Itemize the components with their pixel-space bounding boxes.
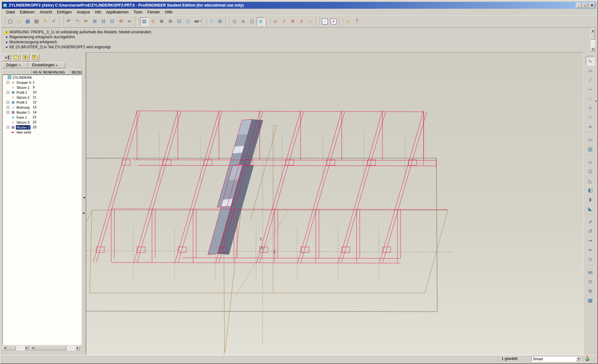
tree-row-profil-2[interactable]: +▣Profil 212 xyxy=(3,100,81,105)
merge-tool-icon[interactable]: ⊙ xyxy=(586,277,595,286)
boundary-blend-icon[interactable]: ∩ xyxy=(586,255,595,263)
home-browser-icon[interactable]: ⌂ xyxy=(344,17,352,26)
draft-tool-icon[interactable]: ◧ xyxy=(586,186,595,194)
copy-icon[interactable]: ⊞ xyxy=(91,17,99,26)
expand-icon[interactable]: + xyxy=(7,126,9,129)
tree-hscrollbar-right[interactable]: ◄ ► xyxy=(31,346,80,351)
model-tree-toggle-icon[interactable]: ⊞ xyxy=(216,17,224,26)
scroll-down-icon[interactable]: ▼ xyxy=(591,47,595,51)
project-tool-icon[interactable]: ⊚ xyxy=(586,286,595,295)
menu-datei[interactable]: Datei xyxy=(4,9,17,15)
feature-label[interactable]: Bohrung xyxy=(16,105,30,110)
tree-row-fase-1[interactable]: ◆Fase 121 xyxy=(3,115,81,120)
new-file-icon[interactable]: ▢ xyxy=(6,17,14,26)
hidden-line-icon[interactable]: ◈ xyxy=(239,17,247,26)
feature-label[interactable]: Gruppe S xyxy=(16,80,32,85)
menu-analyse[interactable]: Analyse xyxy=(74,9,93,15)
menu-ansicht[interactable]: Ansicht xyxy=(37,9,54,15)
feature-label[interactable]: Fase 1 xyxy=(16,115,28,120)
tree-row-skizze-2[interactable]: ∩Skizze 211 xyxy=(3,95,81,100)
expand-icon[interactable]: + xyxy=(7,91,9,94)
scroll-thumb[interactable] xyxy=(591,33,595,40)
expand-icon[interactable]: + xyxy=(7,81,9,84)
datum-point-icon[interactable]: ∴▸ xyxy=(586,94,595,103)
menu-applikationen[interactable]: Applikationen xyxy=(104,9,131,15)
print-icon[interactable]: ▤ xyxy=(32,17,40,26)
tab-favorites[interactable]: ∗ xyxy=(21,54,30,61)
annotation-icon[interactable]: ▭ xyxy=(586,135,595,144)
datum-axes-toggle-icon[interactable]: ⁄ xyxy=(280,17,288,26)
no-hidden-icon[interactable]: ◻ xyxy=(248,17,256,26)
einstellungen-button[interactable]: Einstellungen ▼ xyxy=(29,62,65,68)
tab-folder-browser[interactable] xyxy=(12,54,21,61)
copy-geometry-icon[interactable]: ∞ xyxy=(586,122,595,131)
tree-row-muster-2[interactable]: +▦Muster 223 xyxy=(3,125,81,130)
sash-right-icon[interactable]: ► xyxy=(83,212,85,215)
search-icon[interactable]: ∞ xyxy=(126,17,134,26)
tree-column-header[interactable]: BENENNUNG xyxy=(42,69,70,75)
zoom-in-icon[interactable]: ⊕ xyxy=(158,17,166,26)
verify-ok-icon[interactable]: ✓ xyxy=(321,17,329,26)
tree-column-header[interactable] xyxy=(2,69,32,75)
refit-icon[interactable]: ⊡ xyxy=(175,17,183,26)
cut-icon[interactable]: ✂ xyxy=(82,17,90,26)
feature-label[interactable]: Skizze 2 xyxy=(16,95,30,100)
zoom-out-icon[interactable]: ⊖ xyxy=(166,17,174,26)
wireframe-icon[interactable]: ◇ xyxy=(230,17,239,26)
rib-tool-icon[interactable]: ◺ xyxy=(586,176,595,185)
minimize-button[interactable]: _ xyxy=(576,3,582,8)
redo-icon[interactable]: ↷ xyxy=(73,17,81,26)
graphics-viewport[interactable]: YXZ xyxy=(86,52,584,355)
paste-special-icon[interactable]: ⊡ xyxy=(108,17,116,26)
hole-tool-icon[interactable]: ∪ xyxy=(586,158,595,166)
erase-display-icon[interactable]: ✎ xyxy=(41,17,49,26)
tree-row-profil-1[interactable]: +▣Profil 110 xyxy=(3,90,81,95)
feature-label[interactable]: Profil 1 xyxy=(16,90,28,95)
round-tool-icon[interactable]: ◗ xyxy=(586,195,595,204)
feature-label[interactable]: Skizze 1 xyxy=(16,85,30,90)
menu-hilfe[interactable]: Hilfe xyxy=(163,9,175,15)
zeigen-button[interactable]: Zeigen ▼ xyxy=(2,62,28,68)
tab-model-tree[interactable] xyxy=(2,54,11,61)
undo-icon[interactable]: ↶ xyxy=(64,17,73,26)
expand-icon[interactable]: + xyxy=(7,106,9,109)
pattern-tool-icon[interactable]: ▦ xyxy=(586,296,595,305)
traffic-light-icon[interactable] xyxy=(585,356,589,362)
tree-column-header[interactable]: KE-Nr. xyxy=(32,69,42,75)
context-help-icon[interactable]: ? xyxy=(353,17,361,26)
filter-dropdown-icon[interactable]: ▼ xyxy=(576,357,581,361)
panel-splitter[interactable]: ◄ ► xyxy=(82,52,86,355)
regenerate-icon[interactable]: ⟲ xyxy=(117,17,125,26)
feature-label[interactable]: Hier einfü xyxy=(16,130,32,135)
tree-column-header[interactable]: BEZEIC xyxy=(70,69,82,75)
erase-not-displayed-icon[interactable]: ✐ xyxy=(50,17,58,26)
sweep-tool-icon[interactable]: ⇝ xyxy=(586,236,595,245)
repaint-icon[interactable]: ▨ xyxy=(140,17,148,26)
expand-icon[interactable]: + xyxy=(7,101,9,104)
maximize-button[interactable]: □ xyxy=(582,3,588,8)
tree-row-muster-1[interactable]: +▦Muster 114 xyxy=(3,110,81,115)
feature-label[interactable]: Skizze 3 xyxy=(16,120,30,125)
save-file-icon[interactable]: ▦ xyxy=(24,17,32,26)
mirror-tool-icon[interactable]: ⋈ xyxy=(586,268,595,277)
menu-editieren[interactable]: Editieren xyxy=(17,9,37,15)
datum-csys-toggle-icon[interactable]: ⊹ xyxy=(297,17,306,26)
menu-fenster[interactable]: Fenster xyxy=(145,9,163,15)
shell-tool-icon[interactable]: ⊡ xyxy=(586,167,595,176)
title-bar[interactable]: ZYLINDERKOPF2 (Aktiv) C:\Users\arne\ProE… xyxy=(2,2,596,9)
tree-hscrollbar-left[interactable]: ◄ ► xyxy=(2,346,29,351)
sash-left-icon[interactable]: ◄ xyxy=(83,196,85,199)
feature-label[interactable]: Profil 2 xyxy=(16,100,28,105)
datum-planes-toggle-icon[interactable]: ▱ xyxy=(271,17,279,26)
reorient-icon[interactable]: ◻ xyxy=(184,17,192,26)
datum-axis-icon[interactable]: ⁄ xyxy=(586,75,595,84)
datum-points-toggle-icon[interactable]: × xyxy=(289,17,297,26)
shaded-icon[interactable]: ◼ xyxy=(257,17,265,26)
selection-filter-combo[interactable]: Smart ▼ xyxy=(531,356,582,362)
feature-label[interactable]: Muster 1 xyxy=(16,110,31,115)
paste-icon[interactable]: ⊟ xyxy=(99,17,107,26)
sketched-point-icon[interactable]: ∷ xyxy=(586,113,595,121)
open-file-icon[interactable]: ▱ xyxy=(15,17,23,26)
scroll-up-icon[interactable]: ▲ xyxy=(591,28,595,33)
saved-views-icon[interactable]: AB▾ xyxy=(192,17,201,26)
